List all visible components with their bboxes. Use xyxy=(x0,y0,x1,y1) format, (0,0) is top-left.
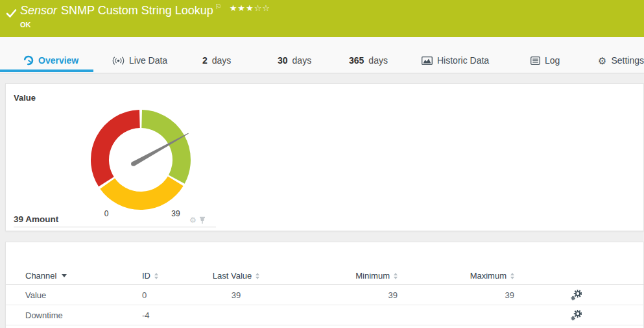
gauge-caption: 39 Amount xyxy=(14,214,58,224)
sort-both-icon xyxy=(154,273,158,279)
tab-historic-data-label: Historic Data xyxy=(437,55,489,66)
gauge-needle-hub xyxy=(131,162,136,166)
cell-minimum: 39 xyxy=(272,290,398,300)
gauge-icon xyxy=(23,55,34,66)
tab-2-days-number: 2 xyxy=(202,55,208,66)
column-header-last-value[interactable]: Last Value xyxy=(213,271,259,281)
column-header-maximum[interactable]: Maximum xyxy=(470,271,514,281)
cell-last-value: 39 xyxy=(200,290,272,300)
table-row-downtime: Downtime -4 xyxy=(6,305,644,325)
gauge-segment-error xyxy=(100,119,139,182)
gauge-scale-min: 0 xyxy=(104,209,109,218)
sensor-status-badge: OK xyxy=(20,21,31,29)
gauge-segment-warning xyxy=(108,181,176,201)
tab-live-data-label: Live Data xyxy=(129,55,167,66)
tab-log[interactable]: Log xyxy=(531,54,560,67)
tab-historic-data[interactable]: Historic Data xyxy=(422,54,489,67)
tab-bar: Overview Live Data 2 days 30 days 365 da… xyxy=(0,37,644,73)
gauge-widget-divider xyxy=(14,227,216,227)
table-row-value: Value 0 39 39 39 xyxy=(6,285,644,305)
sensor-title: SNMP Custom String Lookup xyxy=(61,4,213,18)
tab-live-data[interactable]: Live Data xyxy=(112,54,167,67)
gauge-scale-max: 39 xyxy=(171,209,180,218)
gear-icon: ⚙ xyxy=(598,56,606,66)
tab-log-label: Log xyxy=(545,55,560,66)
log-list-icon xyxy=(531,57,540,65)
channel-settings-gears-icon[interactable] xyxy=(571,310,582,321)
value-gauge xyxy=(89,108,193,212)
ok-check-icon xyxy=(6,8,17,21)
area-chart-icon xyxy=(422,57,433,65)
column-header-minimum[interactable]: Minimum xyxy=(355,271,398,281)
tab-settings-label: Settings xyxy=(611,55,644,66)
stars-empty[interactable]: ☆☆ xyxy=(254,3,270,13)
tab-overview-label: Overview xyxy=(38,55,78,66)
channel-table-header-row: Channel ID Last Value Minimum xyxy=(6,267,644,285)
cell-maximum: 39 xyxy=(398,290,514,300)
cell-id: -4 xyxy=(142,310,200,320)
pin-icon[interactable] xyxy=(199,216,206,224)
cell-channel: Value xyxy=(25,290,142,300)
tab-2-days[interactable]: 2 days xyxy=(202,54,231,67)
tab-365-days-label: days xyxy=(368,55,388,66)
channel-table: Channel ID Last Value Minimum xyxy=(6,267,644,325)
tab-settings[interactable]: ⚙ Settings xyxy=(598,54,644,67)
channel-table-panel: Channel ID Last Value Minimum xyxy=(5,242,644,328)
tab-365-days-number: 365 xyxy=(349,55,364,66)
channel-settings-gears-icon[interactable] xyxy=(571,290,582,301)
cell-id: 0 xyxy=(142,290,200,300)
live-signal-icon xyxy=(112,57,125,65)
column-header-channel[interactable]: Channel xyxy=(25,271,67,281)
tab-30-days-label: days xyxy=(292,55,312,66)
tab-30-days[interactable]: 30 days xyxy=(278,54,311,67)
gauge-panel: Value 0 39 39 Amount ⚙ xyxy=(5,83,644,231)
tab-365-days[interactable]: 365 days xyxy=(349,54,388,67)
sort-both-icon xyxy=(510,273,514,279)
stars-filled[interactable]: ★★★ xyxy=(230,3,254,13)
sort-both-icon xyxy=(256,273,259,279)
gauge-widget-title: Value xyxy=(14,93,36,103)
cell-channel: Downtime xyxy=(25,310,142,320)
gauge-settings-gear-icon[interactable]: ⚙ xyxy=(189,216,197,224)
sensor-type-label: Sensor xyxy=(20,4,57,18)
tab-2-days-label: days xyxy=(212,55,232,66)
sensor-header: Sensor SNMP Custom String Lookup ⚐ ★★★☆☆… xyxy=(0,0,644,37)
active-tab-underline xyxy=(0,69,93,72)
priority-stars[interactable]: ★★★☆☆ xyxy=(230,3,270,13)
tab-overview[interactable]: Overview xyxy=(23,54,78,67)
sort-desc-icon xyxy=(62,274,67,277)
priority-flag-icon[interactable]: ⚐ xyxy=(215,3,222,10)
column-header-id[interactable]: ID xyxy=(142,271,158,281)
tab-30-days-number: 30 xyxy=(278,55,288,66)
